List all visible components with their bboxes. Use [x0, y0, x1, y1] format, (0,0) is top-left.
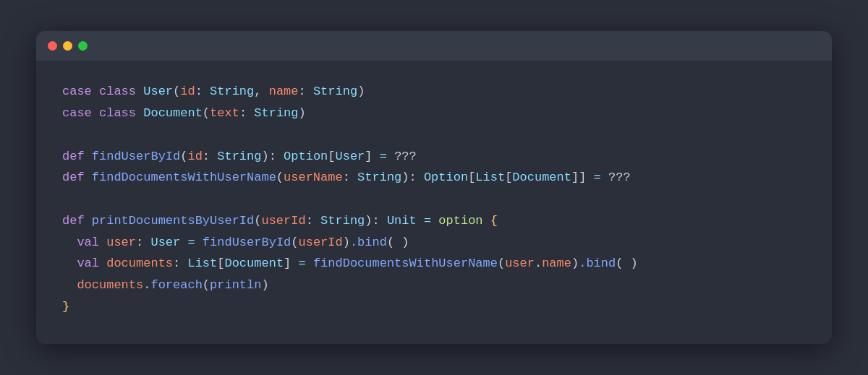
code-line-6 — [62, 189, 806, 210]
titlebar — [36, 31, 832, 61]
code-line-2: case class Document(text: String) — [62, 103, 806, 124]
code-window: case class User(id: String, name: String… — [36, 31, 832, 343]
maximize-button[interactable] — [78, 41, 88, 51]
code-line-5: def findDocumentsWithUserName(userName: … — [62, 167, 806, 189]
code-line-11: } — [62, 296, 806, 318]
code-line-3 — [62, 124, 806, 146]
minimize-button[interactable] — [63, 41, 72, 51]
code-line-8: val user: User = findUserById(userId).bi… — [62, 232, 806, 254]
code-line-9: val documents: List[Document] = findDocu… — [62, 253, 806, 275]
code-line-7: def printDocumentsByUserId(userId: Strin… — [62, 210, 806, 232]
close-button[interactable] — [48, 41, 57, 51]
code-editor: case class User(id: String, name: String… — [36, 61, 832, 343]
code-line-4: def findUserById(id: String): Option[Use… — [62, 146, 806, 168]
code-line-10: documents.foreach(println) — [62, 275, 806, 296]
code-line-1: case class User(id: String, name: String… — [62, 81, 806, 103]
